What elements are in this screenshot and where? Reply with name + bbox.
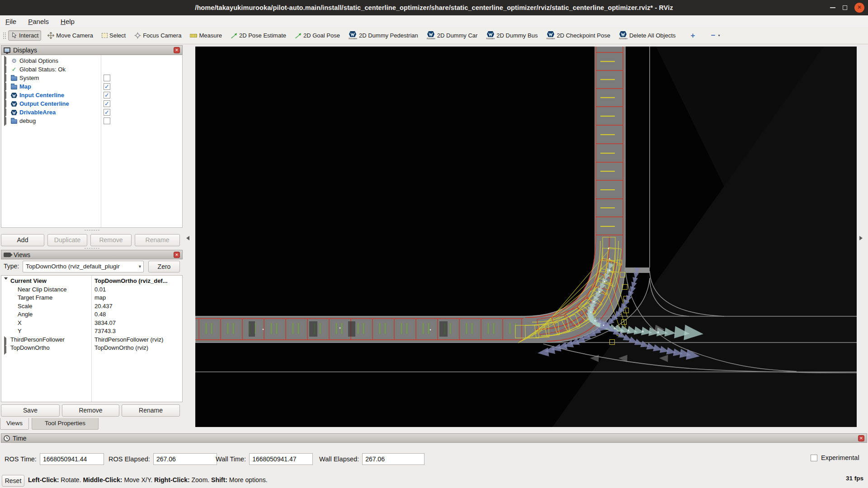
save-button[interactable]: Save — [1, 404, 60, 417]
reset-button[interactable]: Reset — [2, 475, 24, 487]
wall-elapsed-input[interactable]: 267.06 — [362, 453, 425, 465]
chevron-down-icon: ▾ — [718, 33, 720, 38]
chevron-right-icon[interactable] — [4, 344, 6, 355]
checkbox-map[interactable]: ✓ — [104, 83, 110, 90]
rename-view-button[interactable]: Rename — [122, 404, 180, 417]
tab-tool-properties[interactable]: Tool Properties — [32, 418, 99, 430]
autoware-logo-icon: Autoware — [486, 31, 495, 40]
chevron-right-icon[interactable] — [4, 116, 6, 126]
experimental-toggle[interactable]: Experimental — [811, 454, 859, 461]
splitter-handle[interactable] — [84, 230, 99, 231]
time-panel-header[interactable]: Time ✕ — [1, 433, 867, 443]
tool-focus-camera[interactable]: Focus Camera — [132, 31, 184, 40]
time-panel: Time ✕ ROS Time: 1668050941.44 ROS Elaps… — [0, 432, 868, 472]
plus-icon: + — [691, 31, 695, 40]
3d-viewport[interactable] — [195, 47, 857, 427]
displays-panel-header[interactable]: Displays ✕ — [1, 45, 183, 55]
view-row-topdownortho[interactable]: TopDownOrtho TopDownOrtho (rviz) — [1, 344, 182, 352]
close-icon[interactable]: ✕ — [174, 252, 180, 258]
checkbox-system[interactable] — [104, 75, 110, 81]
display-row-output-centerline[interactable]: Output Centerline — [1, 99, 69, 108]
view-row-angle[interactable]: Angle 0.48 — [1, 311, 182, 319]
close-icon[interactable]: ✕ — [854, 3, 864, 13]
ros-time-input[interactable]: 1668050941.44 — [40, 453, 104, 465]
autoware-logo-icon: Autoware — [427, 31, 435, 40]
tool-2d-dummy-bus[interactable]: Autoware 2D Dummy Bus — [484, 30, 540, 41]
checkbox-drivablearea[interactable]: ✓ — [104, 109, 110, 116]
restore-icon[interactable] — [843, 5, 847, 10]
crosshair-icon — [134, 32, 141, 39]
displays-tree: ⚙ Global Options ✓ Global Status: Ok Sys… — [1, 55, 183, 228]
autoware-logo-icon: Autoware — [546, 31, 555, 40]
view-type-dropdown[interactable]: TopDownOrtho (rviz_default_plugir ▼ — [23, 261, 144, 272]
view-row-scale[interactable]: Scale 20.437 — [1, 303, 182, 311]
titlebar[interactable]: /home/takayukimurooka/pilot-auto.main/in… — [0, 0, 868, 15]
minimize-icon[interactable] — [830, 7, 835, 8]
menu-help[interactable]: Help — [61, 18, 75, 25]
view-row-current-view[interactable]: Current View TopDownOrtho (rviz_def... — [1, 277, 182, 286]
ros-elapsed-input[interactable]: 267.06 — [153, 453, 217, 465]
view-row-y[interactable]: Y 73743.3 — [1, 328, 182, 336]
fps-counter: 31 fps — [846, 475, 863, 482]
view-row-x[interactable]: X 3834.07 — [1, 319, 182, 328]
view-row-target-frame[interactable]: Target Frame map — [1, 294, 182, 302]
tool-2d-dummy-car[interactable]: Autoware 2D Dummy Car — [425, 30, 480, 41]
tab-views[interactable]: Views — [0, 418, 29, 430]
experimental-checkbox[interactable] — [811, 455, 817, 461]
chevron-down-icon: ▼ — [138, 261, 142, 272]
views-tree: Current View TopDownOrtho (rviz_def... N… — [1, 275, 183, 402]
divider — [101, 55, 101, 227]
wall-elapsed-group: Wall Elapsed: 267.06 — [319, 453, 425, 465]
wall-time-input[interactable]: 1668050941.47 — [249, 453, 313, 465]
selection-box-icon — [102, 33, 108, 38]
main-area: Displays ✕ ⚙ Global Options ✓ Global Sta… — [0, 44, 868, 432]
close-icon[interactable]: ✕ — [174, 47, 180, 53]
zero-button[interactable]: Zero — [148, 261, 180, 272]
view-row-thirdpersonfollower[interactable]: ThirdPersonFollower ThirdPersonFollower … — [1, 336, 182, 344]
display-row-global-options[interactable]: ⚙ Global Options — [1, 56, 58, 65]
menu-panels[interactable]: Panels — [28, 18, 49, 25]
window-title: /home/takayukimurooka/pilot-auto.main/in… — [195, 4, 673, 11]
display-row-global-status[interactable]: ✓ Global Status: Ok — [1, 65, 66, 74]
close-icon[interactable]: ✕ — [858, 435, 864, 441]
folder-icon — [11, 76, 17, 81]
chevron-down-icon[interactable] — [4, 277, 8, 286]
checkbox-debug[interactable] — [104, 117, 110, 124]
tool-move-camera[interactable]: Move Camera — [45, 31, 95, 40]
views-panel-header[interactable]: Views ✕ — [1, 250, 183, 259]
display-row-drivablearea[interactable]: DrivableArea — [1, 108, 56, 117]
tool-delete-all-objects[interactable]: Autoware Delete All Objects — [617, 30, 678, 41]
green-arrow-icon — [231, 33, 237, 39]
tool-measure[interactable]: Measure — [188, 31, 224, 40]
add-tool-button[interactable]: + — [689, 30, 698, 42]
move-arrows-icon — [47, 32, 54, 39]
3d-viewport-scene[interactable] — [195, 47, 857, 427]
tool-2d-pose-estimate[interactable]: 2D Pose Estimate — [228, 31, 288, 40]
ros-time-group: ROS Time: 1668050941.44 — [5, 453, 104, 465]
mouse-hint-text: Left-Click: Rotate. Middle-Click: Move X… — [28, 476, 268, 483]
tool-interact[interactable]: Interact — [8, 30, 41, 41]
display-row-debug[interactable]: debug — [1, 117, 36, 125]
collapse-left-dock-icon[interactable] — [186, 236, 189, 240]
splitter-handle[interactable] — [84, 248, 99, 249]
view-row-near-clip[interactable]: Near Clip Distance 0.01 — [1, 286, 182, 294]
displays-icon — [4, 47, 10, 53]
add-button[interactable]: Add — [1, 234, 44, 246]
green-arrow-icon — [295, 33, 302, 39]
checkbox-input-centerline[interactable]: ✓ — [104, 92, 110, 99]
collapse-right-dock-icon[interactable] — [859, 236, 863, 240]
remove-tool-button[interactable]: − ▾ — [708, 30, 722, 42]
clock-icon — [4, 435, 10, 441]
menu-file[interactable]: File — [5, 18, 16, 25]
remove-view-button[interactable]: Remove — [62, 404, 119, 417]
tool-2d-dummy-pedestrian[interactable]: Autoware 2D Dummy Pedestrian — [346, 30, 420, 41]
display-row-input-centerline[interactable]: Input Centerline — [1, 91, 64, 99]
tool-2d-goal-pose[interactable]: 2D Goal Pose — [292, 31, 342, 40]
toolbar: Interact Move Camera Select Focus — [0, 27, 868, 44]
tool-select[interactable]: Select — [99, 31, 128, 40]
tool-2d-checkpoint-pose[interactable]: Autoware 2D Checkpoint Pose — [544, 30, 613, 41]
display-row-system[interactable]: System — [1, 74, 39, 82]
checkbox-output-centerline[interactable]: ✓ — [104, 100, 110, 107]
toolbar-drag-handle[interactable] — [3, 32, 6, 39]
autoware-logo-icon — [11, 110, 17, 115]
